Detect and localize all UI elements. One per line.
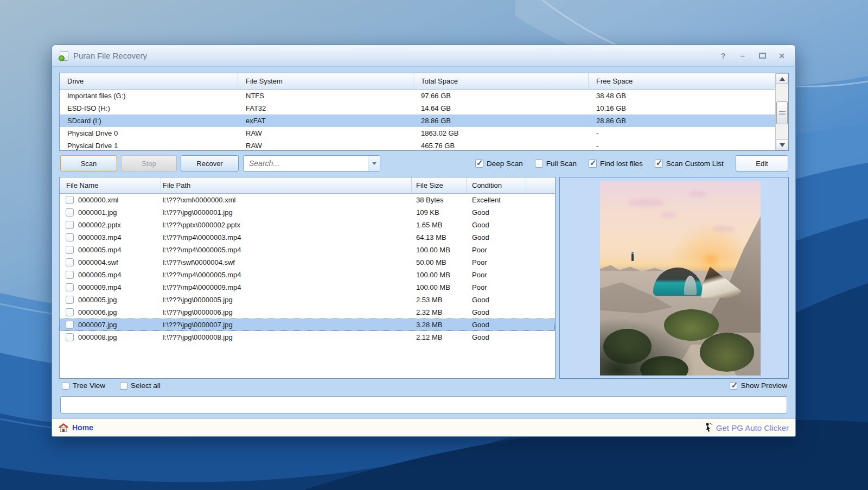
row-checkbox[interactable] xyxy=(66,271,74,279)
search-input[interactable] xyxy=(244,156,368,171)
file-header-condition[interactable]: Condition xyxy=(467,177,526,193)
drive-scrollbar[interactable] xyxy=(775,73,788,150)
file-name-cell: 0000003.mp4 xyxy=(60,233,161,241)
scan-custom-list-checkbox[interactable]: Scan Custom List xyxy=(655,160,724,168)
file-header-filler xyxy=(526,177,555,193)
drive-cell-drive: Important files (G:) xyxy=(60,90,238,102)
promo-label: Get PG Auto Clicker xyxy=(716,423,789,432)
file-row[interactable]: 0000008.jpgI:\???\jpg\0000008.jpg2.12 MB… xyxy=(60,331,555,343)
file-condition-cell: Poor xyxy=(467,283,526,291)
help-button[interactable]: ? xyxy=(717,50,729,61)
search-combobox[interactable] xyxy=(243,155,380,171)
row-checkbox[interactable] xyxy=(66,321,74,329)
preview-image xyxy=(600,181,761,376)
drive-row[interactable]: SDcard (I:)exFAT28.86 GB28.86 GB xyxy=(60,114,776,127)
row-checkbox[interactable] xyxy=(66,308,74,316)
full-scan-checkbox[interactable]: Full Scan xyxy=(535,160,577,168)
file-condition-cell: Good xyxy=(467,221,526,229)
recover-button[interactable]: Recover xyxy=(181,155,239,171)
file-row[interactable]: 0000000.xmlI:\???\xml\0000000.xml38 Byte… xyxy=(60,194,555,206)
edit-button[interactable]: Edit xyxy=(736,155,788,171)
file-header-name[interactable]: File Name xyxy=(60,177,161,193)
row-checkbox[interactable] xyxy=(66,296,74,304)
file-condition-cell: Good xyxy=(467,333,526,341)
file-row[interactable]: 0000009.mp4I:\???\mp4\0000009.mp4100.00 … xyxy=(60,281,555,294)
scan-button[interactable]: Scan xyxy=(60,155,117,171)
file-name-label: 0000007.jpg xyxy=(78,321,117,329)
row-checkbox[interactable] xyxy=(66,196,74,204)
file-row[interactable]: 0000005.mp4I:\???\mp4\0000005.mp4100.00 … xyxy=(60,269,555,281)
minimize-button[interactable]: – xyxy=(737,50,749,61)
row-checkbox[interactable] xyxy=(66,258,74,266)
file-condition-cell: Good xyxy=(467,321,526,329)
file-row[interactable]: 0000006.jpgI:\???\jpg\0000006.jpg2.32 MB… xyxy=(60,306,555,319)
file-header-path[interactable]: File Path xyxy=(161,177,412,193)
find-lost-files-checkbox[interactable]: Find lost files xyxy=(589,160,643,168)
deep-scan-checkbox[interactable]: Deep Scan xyxy=(475,160,523,168)
file-row[interactable]: 0000005.mp4I:\???\mp4\0000005.mp4100.00 … xyxy=(60,244,555,256)
drive-cell-total-space: 14.64 GB xyxy=(413,102,589,114)
search-dropdown-button[interactable] xyxy=(368,156,380,171)
row-checkbox[interactable] xyxy=(66,283,74,291)
drive-rows: Important files (G:)NTFS97.66 GB38.48 GB… xyxy=(60,90,788,151)
app-icon xyxy=(60,51,68,61)
drive-header-drive[interactable]: Drive xyxy=(60,73,238,89)
drive-row[interactable]: Physical Drive 1RAW465.76 GB- xyxy=(60,139,776,151)
row-checkbox[interactable] xyxy=(66,233,74,241)
row-checkbox[interactable] xyxy=(66,221,74,229)
file-name-label: 0000009.mp4 xyxy=(78,283,122,291)
file-path-cell: I:\???\jpg\0000001.jpg xyxy=(161,208,412,217)
preview-pane xyxy=(559,177,789,379)
file-name-label: 0000005.mp4 xyxy=(78,246,122,254)
drive-header-totalspace[interactable]: Total Space xyxy=(413,73,589,89)
close-button[interactable]: ✕ xyxy=(776,50,788,61)
file-name-cell: 0000002.pptx xyxy=(60,221,161,229)
drive-cell-file-system: RAW xyxy=(238,139,413,151)
drive-header-freespace[interactable]: Free Space xyxy=(589,73,776,89)
file-row[interactable]: 0000007.jpgI:\???\jpg\0000007.jpg3.28 MB… xyxy=(60,319,555,331)
file-condition-cell: Excellent xyxy=(467,196,526,204)
drive-cell-free-space: 28.86 GB xyxy=(589,114,776,127)
drive-row[interactable]: Physical Drive 0RAW1863.02 GB- xyxy=(60,127,776,139)
file-row[interactable]: 0000004.swfI:\???\swf\0000004.swf50.00 M… xyxy=(60,256,555,269)
checkbox-icon xyxy=(475,160,483,168)
home-link[interactable]: Home xyxy=(59,423,93,432)
file-name-label: 0000008.jpg xyxy=(78,333,117,341)
scroll-track[interactable] xyxy=(776,84,788,139)
select-all-checkbox[interactable]: Select all xyxy=(120,381,161,390)
tree-view-checkbox[interactable]: Tree View xyxy=(62,381,105,390)
drive-row[interactable]: ESD-ISO (H:)FAT3214.64 GB10.16 GB xyxy=(60,102,776,114)
file-size-cell: 100.00 MB xyxy=(412,283,467,291)
scroll-thumb[interactable] xyxy=(776,101,788,124)
file-condition-cell: Poor xyxy=(467,246,526,254)
file-condition-cell: Poor xyxy=(467,258,526,266)
desktop: Puran File Recovery ? – ✕ Drive File Sys… xyxy=(0,0,868,490)
row-checkbox[interactable] xyxy=(66,208,74,217)
file-condition-cell: Good xyxy=(467,208,526,217)
file-header-size[interactable]: File Size xyxy=(412,177,467,193)
show-preview-checkbox[interactable]: Show Preview xyxy=(730,381,787,390)
file-row[interactable]: 0000003.mp4I:\???\mp4\0000003.mp464.13 M… xyxy=(60,231,555,244)
file-name-label: 0000000.xml xyxy=(78,196,118,204)
drive-cell-drive: Physical Drive 1 xyxy=(60,139,238,151)
file-row[interactable]: 0000005.jpgI:\???\jpg\0000005.jpg2.53 MB… xyxy=(60,294,555,306)
drive-cell-total-space: 465.76 GB xyxy=(413,139,589,151)
maximize-button[interactable] xyxy=(756,50,768,61)
titlebar: Puran File Recovery ? – ✕ xyxy=(52,45,795,67)
row-checkbox[interactable] xyxy=(66,333,74,341)
file-path-cell: I:\???\mp4\0000005.mp4 xyxy=(161,246,412,254)
promo-link[interactable]: Get PG Auto Clicker xyxy=(704,423,789,432)
checkbox-label: Scan Custom List xyxy=(666,160,724,168)
file-row[interactable]: 0000001.jpgI:\???\jpg\0000001.jpg109 KBG… xyxy=(60,206,555,219)
file-row[interactable]: 0000002.pptxI:\???\pptx\0000002.pptx1.65… xyxy=(60,219,555,231)
scroll-up-button[interactable] xyxy=(776,73,788,84)
scroll-down-button[interactable] xyxy=(776,139,788,150)
file-path-cell: I:\???\jpg\0000006.jpg xyxy=(161,308,412,316)
file-path-cell: I:\???\pptx\0000002.pptx xyxy=(161,221,412,229)
row-checkbox[interactable] xyxy=(66,246,74,254)
drive-cell-total-space: 97.66 GB xyxy=(413,90,589,102)
view-options: Tree View Select all Show Preview xyxy=(52,381,795,393)
file-name-label: 0000003.mp4 xyxy=(78,233,122,241)
drive-header-filesystem[interactable]: File System xyxy=(238,73,413,89)
drive-row[interactable]: Important files (G:)NTFS97.66 GB38.48 GB xyxy=(60,90,776,102)
